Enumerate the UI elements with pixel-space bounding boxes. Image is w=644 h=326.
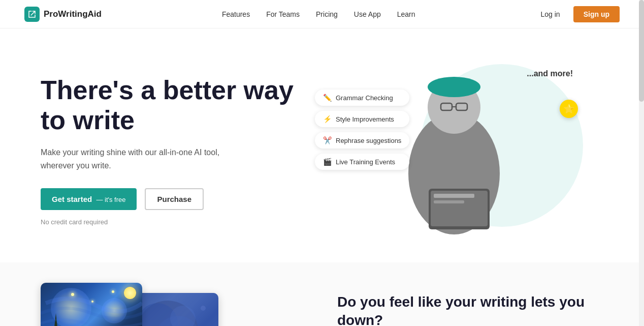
svg-rect-8 [434,194,474,198]
svg-point-5 [428,77,480,97]
no-credit-text: No credit card required [41,218,305,226]
more-label: ...and more! [527,69,573,78]
grammar-icon: ✏️ [323,94,332,102]
brand-name: ProWritingAid [44,9,102,19]
section2: My idea in my head Do you feel like your… [0,262,644,326]
section2-title: Do you feel like your writing lets you d… [337,293,603,326]
purchase-button[interactable]: Purchase [145,188,204,210]
logo-svg [27,10,37,19]
pill-style-label: Style Improvements [336,115,394,123]
person-illustration [393,72,515,234]
nav-item-features[interactable]: Features [222,10,250,19]
hero-subtitle: Make your writing shine with our all-in-… [41,146,244,172]
pill-grammar-label: Grammar Checking [336,94,393,102]
scrollbar-thumb[interactable] [639,0,644,102]
style-icon: ⚡ [323,115,332,123]
nav-link-for-teams[interactable]: For Teams [266,10,300,18]
nav-link-learn[interactable]: Learn [397,10,415,18]
nav-item-for-teams[interactable]: For Teams [266,10,300,19]
nav-item-pricing[interactable]: Pricing [316,10,338,19]
nav-item-learn[interactable]: Learn [397,10,415,19]
nav-item-use-app[interactable]: Use App [354,10,381,19]
nav-link-use-app[interactable]: Use App [354,10,381,18]
section2-content: Do you feel like your writing lets you d… [337,283,603,326]
training-icon: 🎬 [323,158,332,166]
hero-section: There's a better way to write Make your … [0,28,644,262]
painting-bg-primary [41,283,142,326]
hero-right: ✏️ Grammar Checking ⚡ Style Improvements… [305,59,603,242]
svg-rect-9 [434,200,464,203]
pill-rephrase-label: Rephrase suggestions [336,137,401,144]
section2-images: My idea in my head [41,283,307,326]
pill-style: ⚡ Style Improvements [315,111,409,127]
signup-button[interactable]: Sign up [573,6,620,22]
svg-point-17 [201,306,206,311]
pill-grammar: ✏️ Grammar Checking [315,90,409,106]
nav-link-pricing[interactable]: Pricing [316,10,338,18]
hero-left: There's a better way to write Make your … [41,75,305,226]
get-started-suffix: — it's free [96,196,125,203]
nav-links: Features For Teams Pricing Use App Learn [222,10,415,19]
star-badge: ⭐ [560,100,578,118]
hero-buttons: Get started — it's free Purchase [41,188,305,210]
get-started-button[interactable]: Get started — it's free [41,188,137,210]
pill-training: 🎬 Live Training Events [315,154,409,170]
nav-link-features[interactable]: Features [222,10,250,18]
nav-actions: Log in Sign up [536,6,620,22]
navbar: ProWritingAid Features For Teams Pricing… [0,0,644,28]
get-started-label: Get started [52,195,92,203]
painting-card-primary [41,283,142,326]
pill-training-label: Live Training Events [336,158,395,166]
login-button[interactable]: Log in [536,7,565,21]
swirl-lines [41,283,142,326]
scrollbar-track[interactable] [639,0,644,326]
hero-title: There's a better way to write [41,75,305,136]
feature-pills: ✏️ Grammar Checking ⚡ Style Improvements… [315,90,409,170]
pill-rephrase: ✂️ Rephrase suggestions [315,132,409,149]
rephrase-icon: ✂️ [323,136,332,144]
logo-icon [24,7,40,22]
logo-link[interactable]: ProWritingAid [24,7,102,22]
